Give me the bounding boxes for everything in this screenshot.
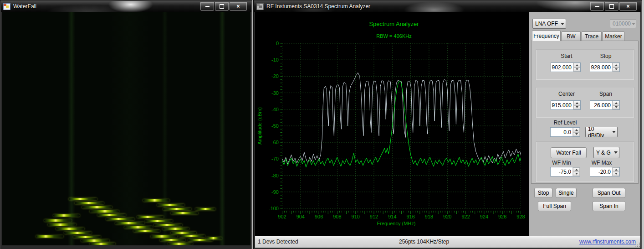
wf-min-spin-up-button[interactable] <box>573 167 580 172</box>
trace-max-hold <box>282 73 521 164</box>
start-value[interactable]: 902.000 <box>551 63 573 72</box>
waterfall-titlebar[interactable]: WaterFall × <box>1 1 251 12</box>
stop-spin-up-button[interactable] <box>613 63 619 67</box>
wf-min-label: WF Min <box>551 160 572 166</box>
db-per-div-dropdown[interactable]: 10 dB/Div <box>585 127 618 137</box>
maximize-button[interactable] <box>215 2 229 10</box>
waterfall-streak <box>154 224 182 226</box>
waterfall-streak <box>56 228 84 230</box>
wf-min-field[interactable]: -75.0 <box>550 167 580 176</box>
wf-max-spin-up-button[interactable] <box>613 167 619 172</box>
span-label: Span <box>590 91 622 97</box>
waterfall-streak <box>97 214 126 216</box>
spinner-up-icon <box>576 102 578 104</box>
x-tick-label: 924 <box>480 214 488 219</box>
wf-max-value[interactable]: -20.0 <box>590 167 612 176</box>
y-tick-label: -70 <box>271 156 279 161</box>
start-spin-up-button[interactable] <box>573 63 580 67</box>
spinner-up-icon <box>575 129 578 131</box>
waterfall-display <box>2 12 250 245</box>
water-fall-button[interactable]: Water Fall <box>551 147 587 158</box>
center-spin-up-button[interactable] <box>573 101 580 105</box>
waterfall-streak <box>195 208 215 210</box>
wf-max-field[interactable]: -20.0 <box>590 167 620 176</box>
start-field[interactable]: 902.000 <box>551 62 581 72</box>
close-icon: × <box>236 4 240 9</box>
waterfall-window-controls: × <box>200 2 247 10</box>
stop-spinner <box>612 63 619 72</box>
ref-spin-down-button[interactable] <box>573 132 580 137</box>
close-button[interactable]: × <box>619 2 637 10</box>
ref-level-field[interactable]: 0.0 <box>550 127 580 137</box>
center-field[interactable]: 915.000 <box>551 100 581 110</box>
chart-subtitle-rbw: RBW = 406KHz <box>376 33 411 39</box>
maximize-button[interactable] <box>605 2 618 10</box>
waterfall-streak <box>124 226 153 228</box>
span-in-button[interactable]: Span In <box>593 201 625 211</box>
single-button[interactable]: Single <box>556 188 577 198</box>
span-spin-down-button[interactable] <box>613 105 619 110</box>
wf-min-value[interactable]: -75.0 <box>551 167 572 176</box>
tab-frequency[interactable]: Frequency <box>532 31 561 41</box>
spinner-down-icon <box>615 106 618 108</box>
stop-value[interactable]: 928.000 <box>590 63 612 72</box>
minimize-button[interactable] <box>200 2 214 10</box>
span-value[interactable]: 26.000 <box>590 101 612 109</box>
analyzer-titlebar[interactable]: RF Instuments SA0314 Spectrum Analyzer × <box>254 1 641 12</box>
waterfall-app-icon <box>3 3 10 10</box>
tab-marker[interactable]: Marker <box>603 31 624 41</box>
full-span-button[interactable]: Full Span <box>538 201 571 211</box>
lna-dropdown[interactable]: LNA OFF <box>532 19 566 29</box>
chevron-down-icon <box>631 20 636 28</box>
icon-block <box>259 5 262 8</box>
chart-title: Spectrum Analyzer <box>369 21 419 27</box>
x-tick-label: 926 <box>498 214 506 219</box>
x-tick-label: 922 <box>461 214 470 219</box>
spinner-down-icon <box>575 133 578 135</box>
waterfall-streak <box>143 199 169 202</box>
website-link[interactable]: www.rfinstruments.com <box>579 239 636 245</box>
span-field[interactable]: 26.000 <box>590 100 620 110</box>
y-tick-label: -20 <box>271 73 279 79</box>
span-out-button[interactable]: Span Out <box>593 188 625 198</box>
y-tick-label: -40 <box>271 107 279 112</box>
waterfall-history-band <box>68 12 75 245</box>
ref-spin-up-button[interactable] <box>573 128 580 132</box>
close-button[interactable]: × <box>230 2 247 10</box>
x-axis-label: Frequency (MHz) <box>377 221 416 226</box>
wf-max-spin-down-button[interactable] <box>613 172 619 176</box>
ref-level-value[interactable]: 0.0 <box>551 128 572 136</box>
maximize-icon <box>609 4 614 9</box>
stop-label: Stop <box>590 53 622 59</box>
waterfall-streak <box>171 232 196 234</box>
analyzer-window-controls: × <box>590 2 637 10</box>
y-tick-label: -80 <box>271 173 279 178</box>
tab-bw[interactable]: BW <box>562 31 581 41</box>
center-value[interactable]: 915.000 <box>551 101 573 109</box>
chevron-down-icon <box>559 19 566 28</box>
center-spin-down-button[interactable] <box>573 105 580 110</box>
waterfall-streak <box>53 214 80 217</box>
analyzer-app-icon <box>256 3 264 10</box>
waterfall-window-title: WaterFall <box>13 3 36 10</box>
start-spin-down-button[interactable] <box>573 67 580 72</box>
x-tick-label: 920 <box>443 214 451 219</box>
tab-trace[interactable]: Trace <box>582 31 602 41</box>
waterfall-streak <box>48 223 76 226</box>
waterfall-streak <box>90 243 115 245</box>
y-tick-label: -100 <box>269 206 279 211</box>
minimize-button[interactable] <box>590 2 604 10</box>
x-tick-label: 916 <box>406 214 414 219</box>
palette-dropdown[interactable]: Y & G <box>593 147 619 158</box>
trace-live <box>282 81 521 167</box>
frequency-tab-page: Start Stop 902.000 928.000 Center Span <box>531 41 639 184</box>
stop-field[interactable]: 928.000 <box>590 62 620 72</box>
spinner-up-icon <box>575 169 578 171</box>
wf-min-spin-down-button[interactable] <box>573 172 580 176</box>
x-tick-label: 902 <box>278 214 286 219</box>
stop-button[interactable]: Stop <box>534 188 552 198</box>
waterfall-streak <box>69 198 97 200</box>
wf-min-spinner <box>572 167 580 176</box>
span-spin-up-button[interactable] <box>613 101 619 105</box>
stop-spin-down-button[interactable] <box>613 67 619 72</box>
